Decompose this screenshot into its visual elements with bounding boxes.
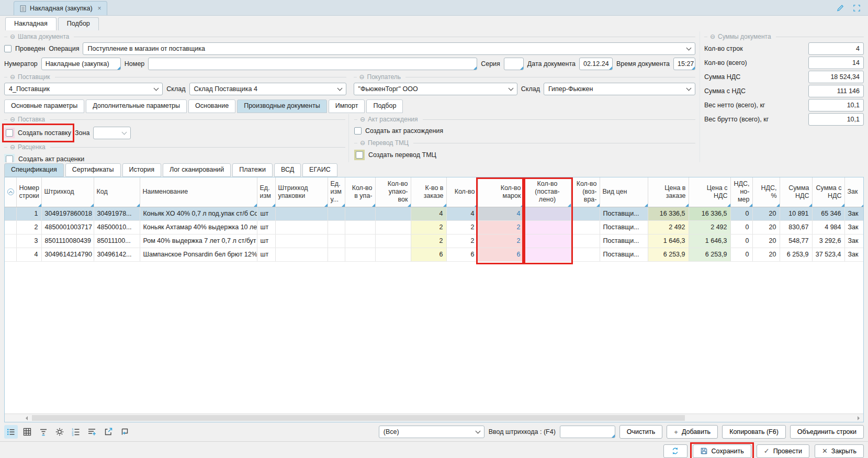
column-header[interactable]: Кол-во марок (478, 177, 524, 207)
rows-filter-select[interactable]: (Все) (379, 426, 484, 438)
post-button[interactable]: ✓ Провести (757, 444, 809, 458)
create-discrepancy-act-checkbox[interactable] (354, 127, 362, 135)
parameter-tab[interactable]: Основание (188, 99, 235, 113)
cell[interactable] (524, 207, 571, 220)
cell[interactable]: 20 (752, 234, 780, 248)
cell[interactable]: 2 (16, 220, 41, 234)
cell[interactable]: 4850001003717 (41, 220, 94, 234)
cell[interactable]: Зак (844, 248, 864, 261)
numbered-list-icon[interactable]: 123 (69, 425, 83, 439)
close-button[interactable]: ✕ Закрыть (815, 444, 864, 458)
cell[interactable]: 2 (478, 220, 524, 234)
main-tab[interactable]: Подбор (58, 17, 99, 30)
add-rows-icon[interactable] (85, 425, 99, 439)
scroll-right-arrow-icon[interactable] (858, 416, 862, 420)
create-pricing-act-checkbox[interactable] (6, 155, 13, 162)
cell[interactable]: Поставщи... (600, 248, 648, 261)
filter-icon[interactable] (37, 425, 50, 439)
cell[interactable]: 8501110080439 (41, 234, 94, 248)
cell[interactable]: 1 646,3 (648, 234, 689, 248)
cell[interactable]: 48500010... (94, 220, 140, 234)
column-header[interactable]: Код (94, 177, 140, 207)
cell[interactable]: 2 (446, 220, 478, 234)
cell[interactable] (5, 207, 16, 220)
buyer-select[interactable]: "ФьюженТорг" ООО (354, 83, 517, 95)
add-button[interactable]: + Добавить (667, 425, 718, 439)
cell[interactable]: 16 336,5 (689, 207, 730, 220)
cell[interactable]: Коньяк ХО 40% 0,7 л под.упак ст/б Courvo… (140, 207, 257, 220)
save-button[interactable]: Сохранить (693, 444, 751, 458)
view-list-icon[interactable] (4, 425, 18, 439)
cell[interactable]: Ром 40% выдержка 7 лет 0,7 л ст/бут Hava… (140, 234, 257, 248)
clear-button[interactable]: Очистить (619, 425, 662, 439)
cell[interactable]: 6 253,9 (780, 248, 812, 261)
column-header[interactable]: Зак (844, 177, 864, 207)
cell[interactable]: 16 336,5 (648, 207, 689, 220)
copy-button[interactable]: Копировать (F6) (722, 425, 786, 439)
cell[interactable] (5, 248, 16, 261)
cell[interactable]: Поставщи... (600, 234, 648, 248)
collapse-icon[interactable]: ⊖ (10, 144, 15, 150)
cell[interactable]: 4 (478, 207, 524, 220)
barcode-input[interactable] (560, 426, 615, 438)
column-header[interactable]: Цена в заказе (648, 177, 689, 207)
column-header[interactable]: Ед. изм у... (328, 177, 345, 207)
cell[interactable] (571, 220, 600, 234)
cell[interactable] (275, 248, 328, 261)
column-header[interactable]: Сумма с НДС (812, 177, 844, 207)
cell[interactable] (345, 220, 375, 234)
cell[interactable]: 3049197860018 (41, 207, 94, 220)
column-header[interactable]: Кол-во упако- вок (375, 177, 411, 207)
cell[interactable]: 2 492 (648, 220, 689, 234)
cell[interactable] (375, 248, 411, 261)
cell[interactable]: Коньяк Ахтамар 40% выдержка 10 лет 0,7 л… (140, 220, 257, 234)
specification-tab[interactable]: Сертификаты (65, 163, 121, 177)
operation-select[interactable]: Поступление в магазин от поставщика (83, 42, 695, 55)
table-row[interactable]: 3850111008043985011100...Ром 40% выдержк… (5, 234, 864, 248)
series-field[interactable] (504, 58, 524, 70)
column-header[interactable]: Кол-во (446, 177, 478, 207)
cell[interactable]: 3 292,6 (812, 234, 844, 248)
cell[interactable]: 2 (411, 220, 446, 234)
export-icon[interactable] (102, 425, 115, 439)
number-field[interactable] (148, 58, 477, 70)
cell[interactable]: 6 (478, 248, 524, 261)
cell[interactable]: 10 891 (780, 207, 812, 220)
column-header[interactable]: НДС, % (752, 177, 780, 207)
parameter-tab[interactable]: Производные документы (237, 99, 327, 113)
numerator-field[interactable]: Накладные (закупка) (41, 58, 121, 70)
view-grid-icon[interactable] (20, 425, 34, 439)
cell[interactable]: 30496142... (94, 248, 140, 261)
parameter-tab[interactable]: Дополнительные параметры (86, 99, 187, 113)
cell[interactable] (275, 234, 328, 248)
cell[interactable]: 1 646,3 (689, 234, 730, 248)
table-row[interactable]: 4304961421479030496142...Шампанское Pons… (5, 248, 864, 261)
table-row[interactable]: 1304919786001830491978...Коньяк ХО 40% 0… (5, 207, 864, 220)
merge-rows-button[interactable]: Объединить строки (790, 425, 864, 439)
column-header[interactable]: НДС, но- мер (730, 177, 752, 207)
document-tab[interactable]: Накладная (закупка) × (14, 1, 107, 15)
cell[interactable] (524, 220, 571, 234)
specification-tab[interactable]: Спецификация (4, 163, 64, 177)
cell[interactable]: 20 (752, 207, 780, 220)
parameter-tab[interactable]: Основные параметры (4, 99, 84, 113)
cell[interactable] (328, 207, 345, 220)
cell[interactable]: 2 (478, 234, 524, 248)
collapse-icon[interactable]: ⊖ (360, 140, 365, 146)
parameter-tab[interactable]: Импорт (329, 99, 365, 113)
maximize-icon[interactable] (853, 4, 861, 12)
tab-close-icon[interactable]: × (98, 5, 102, 12)
cell[interactable]: 3 (16, 234, 41, 248)
edit-pencil-icon[interactable] (836, 4, 844, 12)
cell[interactable]: 30491978... (94, 207, 140, 220)
cell[interactable]: 4 (16, 248, 41, 261)
collapse-icon[interactable]: ⊖ (10, 33, 15, 40)
cell[interactable]: Шампанское Ponsardin бел брют 12% 0,75 л… (140, 248, 257, 261)
cell[interactable] (571, 207, 600, 220)
scroll-left-arrow-icon[interactable] (24, 416, 28, 420)
cell[interactable]: 548,77 (780, 234, 812, 248)
cell[interactable] (328, 220, 345, 234)
collapse-icon[interactable]: ⊖ (360, 116, 365, 122)
cell[interactable]: 6 (446, 248, 478, 261)
column-header[interactable]: Штрихкод упаковки (275, 177, 328, 207)
